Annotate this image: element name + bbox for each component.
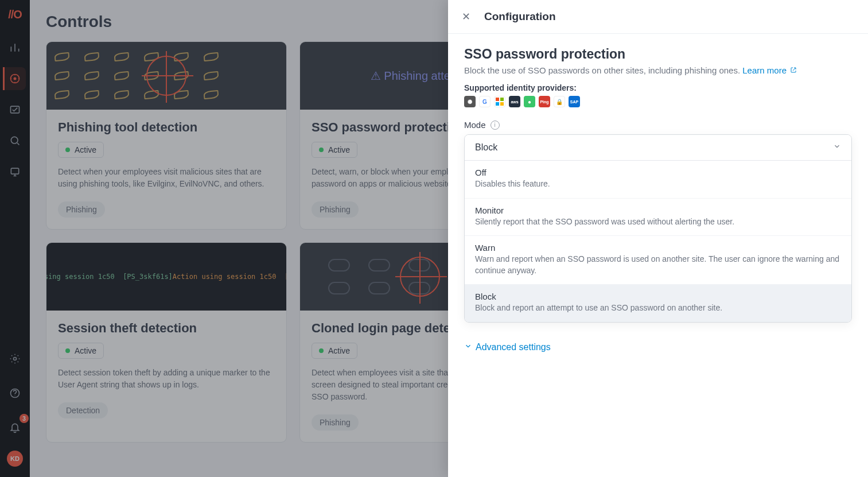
svg-rect-10 <box>500 102 504 106</box>
provider-sap-icon: SAP <box>569 96 580 107</box>
provider-okta-icon: ✺ <box>464 96 476 107</box>
info-icon[interactable]: i <box>491 121 500 130</box>
chevron-down-icon <box>833 142 841 153</box>
mode-select-dropdown: Off Disables this feature. Monitor Silen… <box>465 161 851 322</box>
provider-aws-icon: aws <box>509 96 520 107</box>
mode-option-off[interactable]: Off Disables this feature. <box>465 161 851 199</box>
provider-microsoft-icon <box>494 96 505 107</box>
providers-label: Supported identity providers: <box>464 83 852 92</box>
provider-onelogin-icon: 🔒 <box>554 96 565 107</box>
mode-select: Block Off Disables this feature. Monitor… <box>464 134 852 323</box>
panel-title: Configuration <box>484 10 556 23</box>
external-link-icon <box>790 65 797 75</box>
svg-rect-8 <box>500 98 504 101</box>
svg-rect-9 <box>496 102 499 106</box>
provider-duo-icon: ● <box>524 96 535 107</box>
mode-select-current[interactable]: Block <box>465 135 851 161</box>
chevron-down-icon <box>464 342 472 352</box>
svg-rect-7 <box>496 98 499 101</box>
provider-google-icon: G <box>479 96 491 107</box>
close-icon[interactable]: ✕ <box>462 10 470 23</box>
config-subtitle: Block the use of SSO passwords on other … <box>464 65 852 75</box>
mode-option-monitor[interactable]: Monitor Silently report that the SSO pas… <box>465 199 851 236</box>
providers-list: ✺ G aws ● Ping 🔒 SAP <box>464 96 852 107</box>
mode-label: Mode i <box>464 120 852 130</box>
mode-option-warn[interactable]: Warn Warn and report when an SSO passwor… <box>465 236 851 285</box>
configuration-panel: ✕ Configuration SSO password protection … <box>448 0 868 477</box>
provider-ping-icon: Ping <box>539 96 550 107</box>
config-title: SSO password protection <box>464 46 852 62</box>
advanced-settings-toggle[interactable]: Advanced settings <box>464 342 852 352</box>
mode-option-block[interactable]: Block Block and report an attempt to use… <box>465 285 851 322</box>
learn-more-link[interactable]: Learn more <box>742 65 797 75</box>
